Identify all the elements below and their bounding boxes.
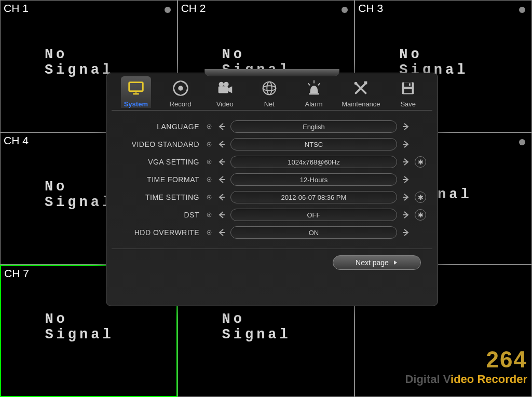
tab-net[interactable]: Net <box>254 78 284 108</box>
tab-bar: SystemRecordVideoNetAlarmMaintenanceSave <box>112 73 432 111</box>
brand-small: Digital Video Recorder <box>405 373 527 386</box>
time_format-prev-button[interactable] <box>216 174 227 185</box>
channel-label: CH 3 <box>358 2 383 15</box>
time_setting-prev-button[interactable] <box>216 191 227 203</box>
vga_setting-detail-button[interactable]: ✱ <box>415 156 426 168</box>
dst-value[interactable]: OFF <box>230 209 397 221</box>
setting-row-video_standard: VIDEO STANDARDNTSC <box>112 135 426 153</box>
hdd_overwrite-value[interactable]: ON <box>230 226 397 239</box>
tab-label: Maintenance <box>342 100 380 108</box>
setting-row-hdd_overwrite: HDD OVERWRITEON <box>112 224 426 241</box>
time_setting-detail-button[interactable]: ✱ <box>415 191 426 203</box>
svg-rect-24 <box>404 83 412 87</box>
setting-label: LANGUAGE <box>112 122 202 131</box>
brand-logo: 264Digital Video Recorder <box>405 347 527 386</box>
tab-video[interactable]: Video <box>210 78 240 108</box>
tab-record[interactable]: Record <box>166 78 196 108</box>
channel-label: CH 7 <box>4 267 29 280</box>
svg-point-21 <box>354 82 358 85</box>
tab-label: Net <box>264 100 275 108</box>
language-prev-button[interactable] <box>216 121 227 132</box>
svg-point-40 <box>209 179 210 181</box>
language-next-button[interactable] <box>400 121 412 132</box>
no-signal-text: No Signal <box>222 311 310 343</box>
svg-point-13 <box>263 86 276 91</box>
tab-maintenance[interactable]: Maintenance <box>343 78 378 108</box>
system-icon <box>126 78 146 98</box>
dst-next-button[interactable] <box>400 209 412 221</box>
modal-footer: Next page <box>112 249 432 270</box>
vga_setting-value[interactable]: 1024x768@60Hz <box>230 156 397 168</box>
svg-line-17 <box>308 84 310 86</box>
row-marker-icon <box>206 195 213 200</box>
record-dot-icon <box>165 7 171 13</box>
setting-label: DST <box>112 211 202 219</box>
svg-point-6 <box>179 92 182 95</box>
setting-label: HDD OVERWRITE <box>112 228 202 237</box>
video_standard-value[interactable]: NTSC <box>230 138 397 150</box>
chevron-right-icon <box>393 260 398 265</box>
hdd_overwrite-next-button[interactable] <box>400 227 412 238</box>
setting-label: TIME FORMAT <box>112 175 202 184</box>
video_standard-prev-button[interactable] <box>216 139 227 150</box>
modal-handle[interactable] <box>204 69 339 76</box>
vga_setting-prev-button[interactable] <box>216 156 227 168</box>
setting-label: TIME SETTING <box>112 193 202 201</box>
tab-label: System <box>124 100 148 108</box>
svg-point-32 <box>209 144 210 145</box>
language-value[interactable]: English <box>230 120 397 133</box>
tab-save[interactable]: Save <box>393 78 423 108</box>
svg-point-4 <box>178 86 183 91</box>
vga_setting-next-button[interactable] <box>400 156 412 168</box>
svg-rect-9 <box>219 86 228 93</box>
next-page-label: Next page <box>356 258 389 267</box>
time_format-value[interactable]: 12-Hours <box>230 173 397 186</box>
svg-point-48 <box>209 214 210 216</box>
next-page-button[interactable]: Next page <box>333 255 421 270</box>
tab-label: Alarm <box>305 100 323 108</box>
maintenance-icon <box>351 78 371 98</box>
tab-label: Video <box>216 100 234 108</box>
settings-modal: SystemRecordVideoNetAlarmMaintenanceSave… <box>106 73 438 306</box>
row-marker-icon <box>206 159 213 165</box>
brand-gray: Digital V <box>405 373 451 386</box>
svg-point-44 <box>209 197 210 198</box>
tab-system[interactable]: System <box>121 76 151 108</box>
hdd_overwrite-prev-button[interactable] <box>216 227 227 238</box>
svg-rect-25 <box>409 84 411 86</box>
record-dot-icon <box>519 7 525 13</box>
row-marker-icon <box>206 177 213 182</box>
net-icon <box>260 78 279 98</box>
video-icon <box>215 78 235 98</box>
dst-detail-button[interactable]: ✱ <box>415 209 426 221</box>
svg-point-36 <box>209 161 210 163</box>
record-dot-icon <box>342 7 348 13</box>
time_format-next-button[interactable] <box>400 174 412 185</box>
setting-row-time_format: TIME FORMAT12-Hours <box>112 171 426 188</box>
svg-point-5 <box>179 81 182 84</box>
setting-label: VIDEO STANDARD <box>112 140 202 148</box>
svg-point-14 <box>267 82 272 95</box>
row-marker-icon <box>206 142 213 147</box>
tab-label: Record <box>170 100 192 108</box>
svg-rect-0 <box>129 83 143 91</box>
setting-row-language: LANGUAGEEnglish <box>112 118 426 135</box>
row-marker-icon <box>206 212 213 217</box>
brand-yellow: ideo Recorder <box>451 373 527 386</box>
video_standard-next-button[interactable] <box>400 139 412 150</box>
svg-point-11 <box>224 82 229 87</box>
dst-prev-button[interactable] <box>216 209 227 221</box>
setting-row-time_setting: TIME SETTING2012-06-07 08:36 PM✱ <box>112 188 426 206</box>
tab-label: Save <box>400 100 416 108</box>
svg-rect-22 <box>364 81 367 85</box>
tab-alarm[interactable]: Alarm <box>299 78 329 108</box>
time_setting-next-button[interactable] <box>400 191 412 203</box>
channel-label: CH 1 <box>4 2 29 15</box>
time_setting-value[interactable]: 2012-06-07 08:36 PM <box>230 191 397 203</box>
row-marker-icon <box>206 124 213 129</box>
no-signal-text: No Signal <box>45 311 132 343</box>
svg-point-8 <box>185 87 187 90</box>
brand-big: 264 <box>405 347 527 373</box>
channel-label: CH 2 <box>181 2 206 15</box>
svg-point-52 <box>209 232 210 234</box>
